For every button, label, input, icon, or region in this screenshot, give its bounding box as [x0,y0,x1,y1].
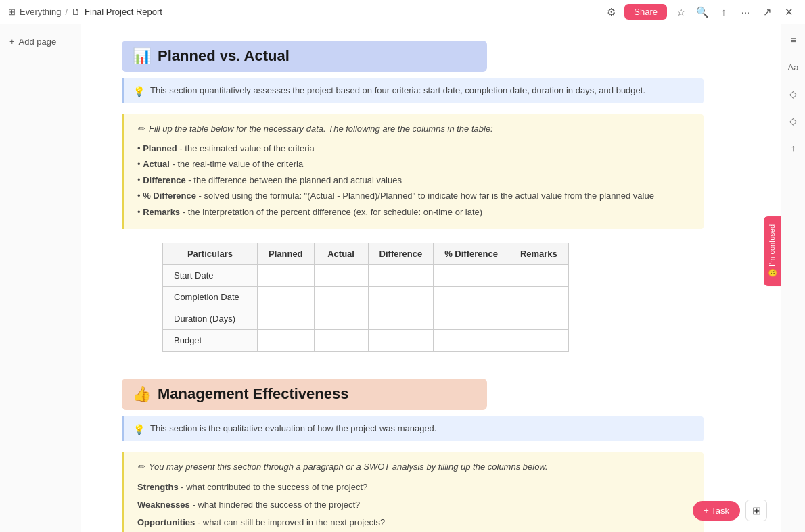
section1-icon: 📊 [133,47,151,65]
section1-info-box: 💡 This section quantitatively assesses t… [122,78,704,103]
remarks-bold: Remarks [143,207,180,217]
section2-header: 👍 Management Effectiveness [122,379,487,410]
section2-info-text: This section is the qualitative evaluati… [150,423,436,433]
search-icon[interactable]: 🔍 [694,4,710,20]
planned-vs-actual-table: Particulars Planned Actual Difference % … [162,243,569,352]
table-cell-value[interactable] [509,329,568,351]
col-header-particulars: Particulars [163,243,258,264]
upload-icon[interactable]: ↑ [716,4,732,20]
instruction-item-remarks: Remarks - the interpretation of the perc… [137,204,690,220]
section2-info-box: 💡 This section is the qualitative evalua… [122,416,704,441]
text-format-icon[interactable]: Aa [785,58,802,76]
col-header-difference: Difference [368,243,434,264]
breadcrumb: ⊞ Everything / 🗋 Final Project Report [8,7,162,17]
topbar-actions: ⚙ Share ☆ 🔍 ↑ ··· ↗ ✕ [603,4,797,20]
topbar: ⊞ Everything / 🗋 Final Project Report ⚙ … [0,0,805,24]
star-icon[interactable]: ☆ [672,4,689,20]
table-cell-value[interactable] [368,264,434,286]
table-cell-value[interactable] [314,264,368,286]
table-cell-value[interactable] [258,286,315,308]
planned-rest: - the estimated value of the criteria [177,143,315,153]
table-row: Duration (Days) [163,308,569,329]
planned-bold: Planned [143,143,177,153]
table-cell-value[interactable] [314,308,368,329]
table-cell-value[interactable] [509,264,568,286]
pencil2-icon: ✏ [137,462,145,472]
section2-instruction-box: ✏ You may present this section through a… [122,452,704,532]
diamond1-icon[interactable]: ◇ [785,85,802,103]
section2-title: Management Effectiveness [158,385,348,403]
confused-emoji: 😕 [768,269,777,278]
col-header-planned: Planned [258,243,315,264]
table-cell-value[interactable] [368,286,434,308]
info-icon: 💡 [133,86,145,97]
col-header-pct-difference: % Difference [434,243,509,264]
lines-icon[interactable]: ≡ [785,31,802,49]
section2-info-icon: 💡 [133,424,145,435]
grid-icon: ⊞ [8,7,16,17]
table-header-row: Particulars Planned Actual Difference % … [163,243,569,264]
right-sidebar: ≡ Aa ◇ ◇ ↑ [781,24,805,532]
actual-bold: Actual [143,159,170,169]
table-row: Budget [163,329,569,351]
table-cell-label: Duration (Days) [163,308,258,329]
table-cell-value[interactable] [434,329,509,351]
bottom-bar: + Task ⊞ [693,500,767,521]
instruction-item-difference: Difference - the difference between the … [137,172,690,188]
confused-button[interactable]: 😕 I'm confused [764,216,781,286]
table-cell-value[interactable] [434,286,509,308]
swot-item: Weaknesses - what hindered the success o… [137,496,690,514]
section2-instruction-header: ✏ You may present this section through a… [137,462,690,472]
instruction-item-pct-diff: % Difference - solved using the formula:… [137,188,690,203]
table-cell-value[interactable] [368,329,434,351]
main-content: 📊 Planned vs. Actual 💡 This section quan… [81,24,781,532]
table-cell-label: Completion Date [163,286,258,308]
swot-item: Strengths - what contributed to the succ… [137,479,690,496]
doc-icon: 🗋 [72,7,80,17]
everything-link[interactable]: Everything [20,7,61,17]
table-row: Completion Date [163,286,569,308]
grid2-icon: ⊞ [752,504,761,517]
diamond2-icon[interactable]: ◇ [785,112,802,130]
close-icon[interactable]: ✕ [781,4,797,20]
table-cell-value[interactable] [434,308,509,329]
add-page-button[interactable]: + Add page [0,32,80,51]
share2-icon[interactable]: ↑ [785,139,802,157]
add-page-icon: + [9,37,15,47]
section-management: 👍 Management Effectiveness 💡 This sectio… [122,379,740,532]
table-cell-value[interactable] [258,264,315,286]
table-row: Start Date [163,264,569,286]
col-header-remarks: Remarks [509,243,568,264]
section2-icon: 👍 [133,385,151,403]
settings-icon[interactable]: ⚙ [603,4,619,20]
task-button[interactable]: + Task [693,501,740,521]
table-cell-label: Start Date [163,264,258,286]
add-page-label: Add page [19,37,57,47]
instruction-header: ✏ Fill up the table below for the necess… [137,124,690,134]
pct-diff-bold: % Difference [143,191,196,201]
table-cell-value[interactable] [258,308,315,329]
section1-instruction-box: ✏ Fill up the table below for the necess… [122,114,704,229]
layout: + Add page 📊 Planned vs. Actual 💡 This s… [0,24,805,532]
instruction-list: Planned - the estimated value of the cri… [137,141,690,220]
more-icon[interactable]: ··· [737,4,754,20]
grid-button[interactable]: ⊞ [745,500,767,521]
swot-list: Strengths - what contributed to the succ… [137,479,690,532]
pct-diff-rest: - solved using the formula: "(Actual - P… [196,191,654,201]
section1-title: Planned vs. Actual [158,47,290,65]
difference-rest: - the difference between the planned and… [186,175,402,185]
table-cell-value[interactable] [368,308,434,329]
share-button[interactable]: Share [624,4,667,20]
table-cell-value[interactable] [509,286,568,308]
swot-item: Opportunities - what can still be improv… [137,514,690,531]
table-cell-value[interactable] [314,286,368,308]
expand-icon[interactable]: ↗ [759,4,775,20]
table-cell-value[interactable] [314,329,368,351]
table-cell-value[interactable] [434,264,509,286]
doc-title: Final Project Report [85,7,162,17]
table-cell-value[interactable] [258,329,315,351]
table-cell-label: Budget [163,329,258,351]
table-cell-value[interactable] [509,308,568,329]
confused-label: I'm confused [768,224,777,266]
section-planned-vs-actual: 📊 Planned vs. Actual 💡 This section quan… [122,41,740,352]
